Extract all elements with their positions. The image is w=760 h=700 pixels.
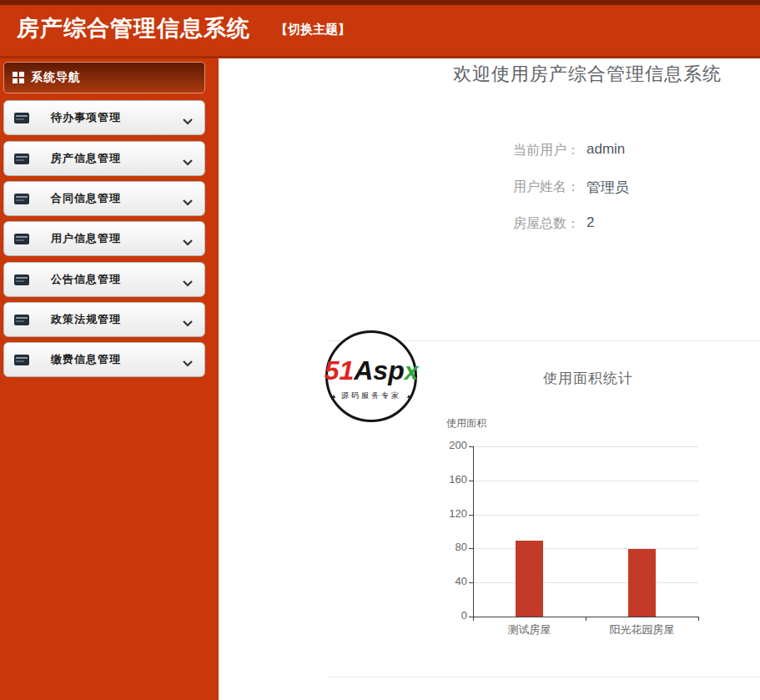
welcome-title: 欢迎使用房产综合管理信息系统	[453, 62, 722, 87]
sidebar-item-contract[interactable]: 合同信息管理	[3, 181, 205, 216]
card-icon	[14, 315, 29, 325]
51aspx-watermark: 51Aspx ▲ 源码服务专家 ▲	[325, 330, 417, 422]
chevron-down-icon	[183, 355, 193, 370]
chevron-down-icon	[183, 234, 193, 249]
sidebar-item-label: 政策法规管理	[51, 312, 121, 327]
watermark-subtitle: 源码服务专家	[341, 391, 401, 400]
card-icon	[14, 355, 29, 365]
sidebar-item-label: 待办事项管理	[51, 110, 121, 125]
watermark-left-mark: ▲	[331, 393, 337, 399]
bar	[628, 549, 656, 617]
chart-title: 使用面积统计	[543, 369, 633, 388]
sidebar-item-label: 用户信息管理	[51, 231, 121, 246]
sidebar-item-property[interactable]: 房产信息管理	[3, 141, 205, 176]
card-icon	[14, 113, 29, 123]
house-count-label: 房屋总数：	[513, 215, 580, 233]
x-tick-mark	[586, 617, 586, 621]
watermark-right-mark: ▲	[406, 393, 412, 399]
watermark-subtitle-row: ▲ 源码服务专家 ▲	[331, 390, 412, 401]
sidebar-item-label: 房产信息管理	[51, 151, 121, 166]
x-tick-mark	[473, 617, 474, 621]
y-tick-label: 40	[435, 575, 467, 587]
header-top-strip	[0, 0, 760, 5]
y-tick-label: 0	[435, 609, 467, 622]
card-icon	[14, 274, 29, 285]
sidebar-item-todo[interactable]: 待办事项管理	[3, 100, 205, 135]
y-tick-label: 200	[435, 439, 467, 451]
sidebar: 系统导航 待办事项管理 房产信息管理 合同信息管理 用户信息管理 公告信息管理	[0, 58, 219, 700]
page: 房产综合管理信息系统 【切换主题】 系统导航 待办事项管理 房产信息管理 合同信…	[0, 0, 760, 700]
y-tick-label: 160	[435, 473, 467, 486]
y-gridline	[473, 548, 698, 549]
y-gridline	[473, 446, 698, 447]
chart-panel-bottom-border	[328, 677, 760, 677]
sidebar-item-label: 公告信息管理	[51, 272, 121, 287]
bar	[516, 541, 543, 617]
y-gridline	[473, 515, 698, 516]
sidebar-item-label: 合同信息管理	[51, 191, 121, 206]
watermark-asp: Asp	[354, 355, 404, 385]
sidebar-item-announcement[interactable]: 公告信息管理	[3, 262, 205, 297]
chevron-down-icon	[183, 315, 193, 330]
sidebar-item-policy[interactable]: 政策法规管理	[3, 302, 205, 337]
sidebar-item-user[interactable]: 用户信息管理	[3, 221, 205, 256]
chevron-down-icon	[183, 113, 193, 128]
house-count-value: 2	[586, 214, 594, 231]
y-gridline	[473, 582, 698, 583]
x-category-label: 阳光花园房屋	[584, 622, 701, 637]
chart-y-axis-title: 使用面积	[446, 416, 486, 431]
x-category-label: 测试房屋	[471, 622, 588, 637]
user-name-value: 管理员	[586, 178, 629, 197]
y-tick-label: 120	[435, 507, 467, 520]
y-tick-label: 80	[435, 541, 467, 553]
sidebar-nav-title: 系统导航	[31, 70, 81, 85]
watermark-51: 51	[325, 355, 355, 385]
main-content: 欢迎使用房产综合管理信息系统 当前用户： admin 用户姓名： 管理员 房屋总…	[219, 58, 760, 700]
current-user-value: admin	[586, 141, 625, 158]
watermark-brand: 51Aspx	[325, 355, 419, 386]
chevron-down-icon	[183, 194, 193, 209]
card-icon	[14, 194, 29, 204]
card-icon	[14, 154, 29, 164]
x-tick-mark	[698, 617, 699, 621]
sidebar-item-payment[interactable]: 缴费信息管理	[3, 342, 205, 377]
current-user-label: 当前用户：	[513, 142, 580, 159]
user-name-label: 用户姓名：	[513, 179, 580, 196]
watermark-x: x	[405, 357, 419, 385]
card-icon	[14, 234, 29, 244]
chevron-down-icon	[183, 154, 193, 169]
sidebar-nav-header: 系统导航	[3, 62, 205, 93]
chevron-down-icon	[183, 275, 193, 290]
grid-icon	[13, 72, 24, 83]
sidebar-item-label: 缴费信息管理	[51, 352, 121, 367]
y-gridline	[473, 481, 698, 481]
app-title: 房产综合管理信息系统	[17, 13, 250, 43]
app-header: 房产综合管理信息系统 【切换主题】	[0, 0, 760, 58]
theme-switch-button[interactable]: 【切换主题】	[275, 22, 350, 38]
y-axis-line	[473, 446, 474, 617]
